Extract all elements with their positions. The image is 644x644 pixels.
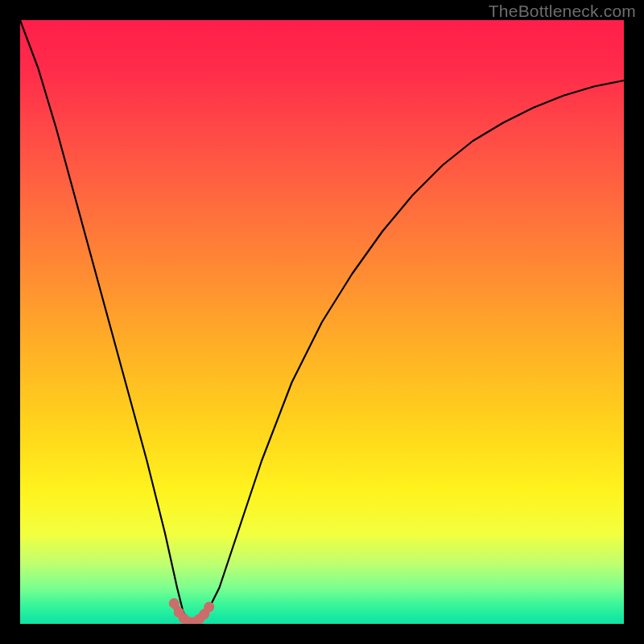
chart-frame: TheBottleneck.com <box>0 0 644 644</box>
bottleneck-curve <box>20 20 624 624</box>
watermark: TheBottleneck.com <box>489 2 636 21</box>
marker-dot <box>204 602 214 613</box>
optimal-range-dots <box>169 598 215 624</box>
marker-dot <box>169 598 180 609</box>
plot-area <box>20 20 624 624</box>
curve-svg <box>20 20 624 624</box>
